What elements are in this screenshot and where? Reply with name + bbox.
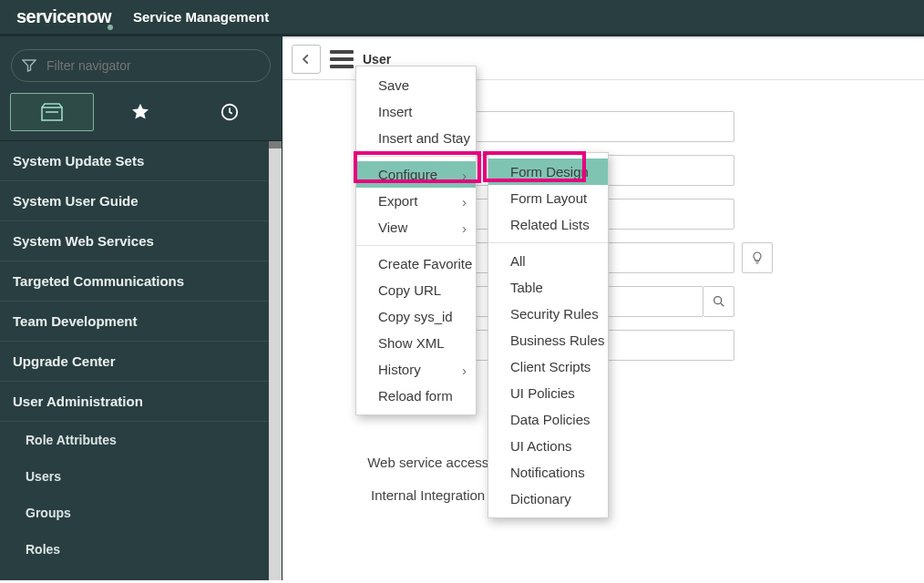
nav-item-team-development[interactable]: Team Development — [0, 302, 282, 342]
svg-rect-0 — [42, 107, 62, 120]
record-type-label: User — [363, 52, 391, 66]
funnel-icon — [22, 58, 36, 73]
chevron-left-icon — [300, 53, 313, 66]
submenu-item-client-scripts[interactable]: Client Scripts — [488, 353, 608, 380]
nav-item-user-administration[interactable]: User Administration — [0, 382, 282, 422]
menu-item-history-label: History — [378, 362, 421, 377]
sidebar: System Update Sets System User Guide Sys… — [0, 36, 282, 580]
logo-text: servicenow — [16, 6, 111, 26]
nav-item-system-user-guide[interactable]: System User Guide — [0, 181, 282, 221]
menu-item-save[interactable]: Save — [356, 72, 476, 98]
tab-all-apps[interactable] — [10, 93, 94, 131]
menu-item-export-label: Export — [378, 193, 417, 209]
logo: servicenow — [16, 6, 117, 27]
nav-sub-users[interactable]: Users — [0, 458, 282, 495]
app-title: Service Management — [133, 9, 269, 25]
lightbulb-icon — [750, 251, 765, 265]
tab-favorites[interactable] — [98, 93, 182, 131]
submenu-item-ui-policies[interactable]: UI Policies — [488, 380, 608, 406]
chevron-right-icon: › — [462, 169, 467, 183]
menu-item-create-favorite[interactable]: Create Favorite — [356, 251, 476, 277]
chevron-right-icon: › — [462, 221, 467, 236]
nav-sub-roles[interactable]: Roles — [0, 531, 282, 568]
search-icon — [712, 294, 726, 309]
submenu-item-all[interactable]: All — [488, 248, 608, 274]
menu-item-view-label: View — [378, 220, 407, 235]
nav-tabs — [0, 91, 282, 141]
menu-item-reload-form[interactable]: Reload form — [356, 383, 476, 409]
menu-item-copy-url[interactable]: Copy URL — [356, 277, 476, 303]
nav-sub-groups[interactable]: Groups — [0, 495, 282, 531]
nav-item-upgrade-center[interactable]: Upgrade Center — [0, 342, 282, 382]
submenu-item-ui-actions[interactable]: UI Actions — [488, 433, 608, 459]
menu-separator — [488, 242, 608, 243]
chevron-right-icon: › — [462, 363, 467, 378]
tab-history[interactable] — [188, 93, 272, 131]
menu-item-export[interactable]: Export › — [356, 188, 476, 214]
scrollbar-thumb[interactable] — [269, 141, 282, 148]
menu-separator — [356, 156, 476, 157]
svg-point-2 — [714, 297, 721, 304]
lookup-button[interactable] — [703, 286, 734, 317]
back-button[interactable] — [292, 45, 321, 74]
box-icon — [39, 102, 65, 122]
submenu-item-form-design[interactable]: Form Design — [488, 159, 608, 185]
submenu-item-form-layout[interactable]: Form Layout — [488, 185, 608, 211]
menu-item-history[interactable]: History › — [356, 356, 476, 383]
submenu-item-data-policies[interactable]: Data Policies — [488, 406, 608, 433]
suggestion-button[interactable] — [742, 242, 773, 273]
nav-item-system-web-services[interactable]: System Web Services — [0, 221, 282, 261]
menu-item-copy-sys-id[interactable]: Copy sys_id — [356, 303, 476, 330]
menu-item-view[interactable]: View › — [356, 214, 476, 240]
input-user-id[interactable] — [474, 111, 734, 142]
menu-item-insert[interactable]: Insert — [356, 98, 476, 125]
main-pane: User User ID — [282, 36, 924, 580]
submenu-item-table[interactable]: Table — [488, 274, 608, 301]
submenu-item-security-rules[interactable]: Security Rules — [488, 301, 608, 327]
menu-item-insert-stay[interactable]: Insert and Stay — [356, 125, 476, 151]
nav-item-targeted-communications[interactable]: Targeted Communications — [0, 261, 282, 302]
menu-item-show-xml[interactable]: Show XML — [356, 330, 476, 356]
top-bar: servicenow Service Management — [0, 0, 924, 36]
nav-scroll[interactable]: System Update Sets System User Guide Sys… — [0, 141, 282, 580]
clock-icon — [220, 102, 240, 122]
chevron-right-icon: › — [462, 195, 467, 210]
menu-separator — [356, 245, 476, 246]
nav-sub-role-attributes[interactable]: Role Attributes — [0, 422, 282, 458]
submenu-item-notifications[interactable]: Notifications — [488, 459, 608, 486]
menu-item-configure[interactable]: Configure › — [356, 161, 476, 188]
nav-item-system-update-sets[interactable]: System Update Sets — [0, 141, 282, 181]
submenu-configure: Form Design Form Layout Related Lists Al… — [488, 152, 609, 518]
filter-navigator-input[interactable] — [11, 49, 271, 82]
scrollbar-track[interactable] — [269, 141, 282, 580]
submenu-item-business-rules[interactable]: Business Rules — [488, 327, 608, 353]
submenu-item-dictionary[interactable]: Dictionary — [488, 486, 608, 512]
form-menu-button[interactable] — [330, 50, 354, 68]
filter-wrap — [0, 36, 282, 91]
submenu-item-related-lists[interactable]: Related Lists — [488, 211, 608, 238]
star-icon — [130, 102, 150, 122]
menu-item-configure-label: Configure — [378, 167, 437, 182]
context-menu-form: Save Insert Insert and Stay Configure › … — [355, 66, 477, 415]
